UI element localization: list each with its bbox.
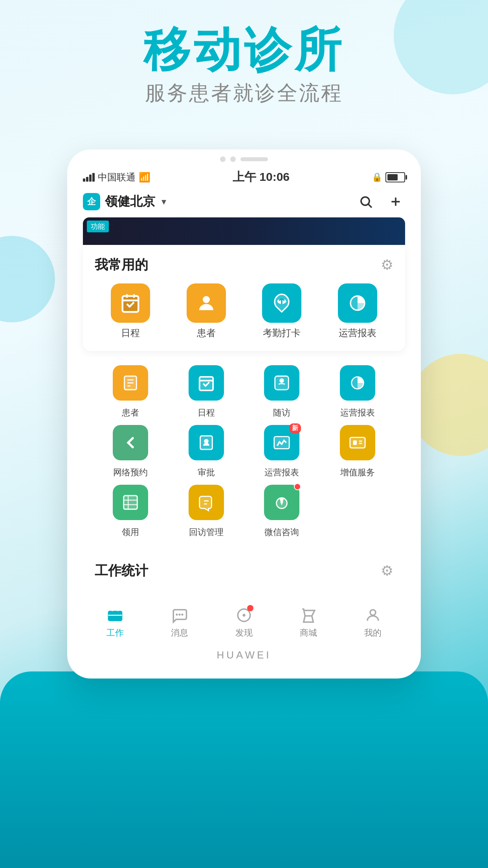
battery-fill bbox=[387, 174, 398, 180]
approval-label: 审批 bbox=[198, 467, 215, 478]
nav-bar: 企 领健北京 ▾ bbox=[67, 188, 421, 217]
signal-icon bbox=[83, 173, 95, 182]
wifi-icon: 📶 bbox=[139, 172, 150, 183]
nav-item-work[interactable]: 工作 bbox=[95, 605, 135, 639]
work-icon bbox=[105, 605, 125, 625]
hero-title: 移动诊所 bbox=[0, 24, 488, 75]
discover-label: 发现 bbox=[235, 627, 253, 639]
discover-badge bbox=[247, 605, 253, 611]
frequent-item-patient[interactable]: 患者 bbox=[171, 283, 242, 339]
preview-strip: 功能 bbox=[83, 217, 405, 245]
huawei-brand: HUAWEI bbox=[67, 644, 421, 663]
my-icon bbox=[363, 605, 383, 625]
svg-rect-26 bbox=[353, 440, 357, 445]
return-visit-label: 回访管理 bbox=[189, 526, 224, 538]
frequent-title: 我常用的 bbox=[95, 256, 148, 274]
app-item-opsreport-new[interactable]: 新 运营报表 bbox=[246, 425, 318, 478]
carrier-text: 中国联通 bbox=[98, 171, 136, 184]
nav-action-icons bbox=[356, 192, 405, 211]
dot-1 bbox=[220, 156, 226, 162]
nav-item-discover[interactable]: 发现 bbox=[224, 605, 264, 639]
nav-item-mall[interactable]: 商城 bbox=[289, 605, 328, 639]
phone-mockup: 中国联通 📶 上午 10:06 🔒 企 领健北京 ▾ bbox=[67, 149, 421, 679]
opsreport2-icon-box bbox=[340, 365, 375, 401]
opsreport2-label: 运营报表 bbox=[340, 407, 375, 419]
schedule2-label: 日程 bbox=[198, 407, 215, 419]
empty-slot bbox=[322, 485, 394, 538]
app-item-followup[interactable]: 随访 bbox=[246, 365, 318, 419]
svg-rect-25 bbox=[350, 438, 365, 448]
booking-label: 网络预约 bbox=[113, 467, 148, 478]
messages-icon bbox=[169, 605, 190, 625]
status-left: 中国联通 📶 bbox=[83, 171, 150, 184]
work-label: 工作 bbox=[106, 627, 124, 639]
svg-rect-29 bbox=[124, 496, 138, 509]
stats-section: 工作统计 ⚙ bbox=[83, 554, 405, 596]
frequent-settings-icon[interactable]: ⚙ bbox=[381, 257, 393, 273]
add-button[interactable] bbox=[386, 192, 405, 211]
wechat-consult-icon-box bbox=[264, 485, 299, 520]
my-label: 我的 bbox=[364, 627, 382, 639]
svg-point-20 bbox=[280, 379, 284, 383]
signal-bar-3 bbox=[89, 175, 92, 182]
mall-icon bbox=[298, 605, 319, 625]
frequent-item-schedule[interactable]: 日程 bbox=[95, 283, 167, 339]
nav-item-my[interactable]: 我的 bbox=[353, 605, 393, 639]
search-button[interactable] bbox=[356, 192, 375, 211]
frequent-header: 我常用的 ⚙ bbox=[95, 256, 393, 274]
app-item-wechat-consult[interactable]: 微信咨询 bbox=[246, 485, 318, 538]
discover-icon bbox=[234, 605, 254, 625]
dot-line bbox=[240, 157, 268, 161]
all-apps-grid: 患者 日程 bbox=[95, 365, 393, 538]
app-item-return-visit[interactable]: 回访管理 bbox=[171, 485, 242, 538]
stats-settings-icon[interactable]: ⚙ bbox=[381, 563, 393, 579]
opsreport-new-icon-box: 新 bbox=[264, 425, 299, 460]
attendance-icon-box bbox=[262, 283, 301, 323]
chevron-down-icon: ▾ bbox=[161, 196, 166, 207]
schedule2-icon-box bbox=[189, 365, 224, 401]
messages-label: 消息 bbox=[171, 627, 188, 639]
signal-bar-4 bbox=[92, 173, 95, 182]
nav-item-messages[interactable]: 消息 bbox=[160, 605, 199, 639]
battery-icon bbox=[385, 172, 405, 182]
preview-badge: 功能 bbox=[87, 221, 109, 232]
bottom-nav-items: 工作 消息 bbox=[83, 605, 405, 639]
nav-brand[interactable]: 企 领健北京 ▾ bbox=[83, 193, 166, 210]
dot-2 bbox=[230, 156, 236, 162]
ops-report-label: 运营报表 bbox=[339, 327, 376, 339]
all-apps-section: 患者 日程 bbox=[83, 357, 405, 548]
brand-icon: 企 bbox=[83, 193, 100, 210]
patient-icon-box bbox=[187, 283, 226, 323]
app-item-schedule2[interactable]: 日程 bbox=[171, 365, 242, 419]
approval-icon-box bbox=[189, 425, 224, 460]
opsreport-new-label: 运营报表 bbox=[264, 467, 299, 478]
lock-icon: 🔒 bbox=[372, 172, 382, 182]
svg-point-8 bbox=[203, 296, 210, 303]
hero-section: 移动诊所 服务患者就诊全流程 bbox=[0, 24, 488, 107]
app-item-opsreport2[interactable]: 运营报表 bbox=[322, 365, 394, 419]
return-visit-icon-box bbox=[189, 485, 224, 520]
svg-point-0 bbox=[361, 197, 369, 205]
svg-point-31 bbox=[280, 498, 284, 502]
bg-decor-left bbox=[0, 236, 55, 322]
svg-rect-18 bbox=[200, 377, 213, 391]
app-item-approval[interactable]: 审批 bbox=[171, 425, 242, 478]
followup-icon-box bbox=[264, 365, 299, 401]
frequent-item-ops-report[interactable]: 运营报表 bbox=[322, 283, 394, 339]
frequent-item-attendance[interactable]: 考勤打卡 bbox=[246, 283, 318, 339]
schedule-label: 日程 bbox=[121, 327, 140, 339]
vip-icon-box bbox=[340, 425, 375, 460]
vip-label: 增值服务 bbox=[340, 467, 375, 478]
mall-label: 商城 bbox=[300, 627, 317, 639]
schedule-icon-box bbox=[111, 283, 150, 323]
app-item-inventory[interactable]: 领用 bbox=[95, 485, 167, 538]
app-item-booking[interactable]: 网络预约 bbox=[95, 425, 167, 478]
bg-decor-right-yellow bbox=[409, 354, 488, 456]
bottom-nav: 工作 消息 bbox=[83, 600, 405, 644]
attendance-label: 考勤打卡 bbox=[263, 327, 301, 339]
notification-dot bbox=[294, 483, 301, 490]
app-item-patient2[interactable]: 患者 bbox=[95, 365, 167, 419]
app-item-vip[interactable]: 增值服务 bbox=[322, 425, 394, 478]
status-time: 上午 10:06 bbox=[233, 169, 290, 185]
svg-rect-4 bbox=[123, 296, 139, 312]
